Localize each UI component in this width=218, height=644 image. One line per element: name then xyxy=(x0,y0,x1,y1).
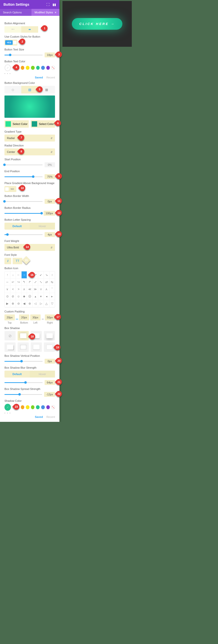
icon-cell[interactable]: △ xyxy=(44,300,50,307)
end-pos-value[interactable]: 75% xyxy=(45,174,55,179)
more-dots[interactable]: • • • xyxy=(5,412,55,414)
gradient-color-1[interactable]: Select Color xyxy=(5,120,29,128)
swatch-purple[interactable] xyxy=(46,66,50,70)
icon-cell[interactable]: ⋏ xyxy=(44,286,50,293)
search-options-tab[interactable]: Search Options xyxy=(0,9,32,16)
uppercase-button[interactable]: TT xyxy=(13,258,22,264)
icon-arrow-updown[interactable]: ↕ xyxy=(50,272,55,278)
icon-cell[interactable]: ⇄ xyxy=(44,278,50,286)
border-width-value[interactable]: 0px xyxy=(45,199,55,204)
recent-tab[interactable]: Recent xyxy=(46,416,55,418)
icon-cell[interactable]: ▽ xyxy=(50,300,55,307)
recent-tab[interactable]: Recent xyxy=(46,76,55,79)
shadow-preset-1[interactable] xyxy=(18,331,29,340)
shadow-none[interactable]: ⊘ xyxy=(5,331,16,340)
letter-spacing-value[interactable]: 4px xyxy=(45,232,55,237)
expand-icon[interactable]: ⛶ xyxy=(46,3,50,6)
icon-cell[interactable]: ⊖ xyxy=(16,300,22,307)
swatch-blue[interactable] xyxy=(41,66,45,70)
state-default[interactable]: Default xyxy=(5,370,30,378)
icon-cell[interactable]: ≪ xyxy=(27,286,33,293)
icon-cell[interactable]: < xyxy=(11,286,16,293)
swatch-none[interactable] xyxy=(51,66,55,70)
modified-styles-tab[interactable]: Modified Styles ✕ xyxy=(32,9,60,16)
swatch-orange[interactable] xyxy=(21,66,25,70)
icon-cell[interactable]: ≫ xyxy=(33,286,38,293)
start-pos-value[interactable]: 0% xyxy=(45,162,55,167)
font-weight-select[interactable]: Ultra Bold ⇵ 14 xyxy=(5,244,55,251)
icon-arrow-left[interactable]: ← xyxy=(16,272,22,278)
shadow-preset-5[interactable] xyxy=(18,342,29,352)
icon-cell[interactable]: ☺ xyxy=(16,293,22,300)
saved-tab[interactable]: Saved xyxy=(35,76,43,79)
icon-arrow-up[interactable]: ↑ xyxy=(5,272,11,278)
swatch-green[interactable] xyxy=(31,405,35,409)
bs-vertical-value[interactable]: 0px xyxy=(45,359,55,364)
icon-cell[interactable]: ▸ xyxy=(50,293,55,300)
icon-cell[interactable]: ◀ xyxy=(22,300,27,307)
close-icon[interactable]: ✕ xyxy=(55,11,57,14)
saved-tab[interactable]: Saved xyxy=(35,416,43,418)
icon-cell[interactable]: ⤢ xyxy=(33,278,38,286)
swatch-teal[interactable] xyxy=(36,405,40,409)
shadow-preset-3[interactable] xyxy=(44,331,55,340)
bs-blur-state-tabs[interactable]: Default Hover xyxy=(5,370,55,378)
radial-direction-select[interactable]: Center ⇵ 8 xyxy=(5,148,55,155)
link-icon[interactable]: ⚯ xyxy=(16,314,18,324)
icon-cell[interactable]: > xyxy=(16,286,22,293)
border-width-slider[interactable] xyxy=(5,201,43,202)
icon-cell[interactable]: ▴ xyxy=(33,293,38,300)
border-radius-value[interactable]: 100px xyxy=(44,211,55,216)
padding-top-value[interactable]: 20px xyxy=(5,314,15,320)
swatch-none[interactable] xyxy=(51,405,55,409)
state-hover[interactable]: Hover xyxy=(30,370,55,378)
padding-bottom-value[interactable]: 20px xyxy=(19,314,30,320)
gradient-color-2[interactable]: Select Color xyxy=(31,120,55,128)
start-pos-slider[interactable] xyxy=(5,164,43,165)
more-dots[interactable]: • • • xyxy=(5,72,55,75)
icon-cell[interactable]: ↱ xyxy=(27,278,33,286)
icon-cell[interactable]: ˇ xyxy=(50,286,55,293)
icon-cell[interactable]: ⤡ xyxy=(38,278,44,286)
link-icon[interactable]: ⚮ xyxy=(42,314,44,324)
icon-arrow-right[interactable]: → xyxy=(22,272,27,278)
eyedropper-icon[interactable]: ⟋ xyxy=(5,64,11,71)
icon-arrow-sw[interactable]: ↙ xyxy=(38,272,44,278)
icon-picker[interactable]: ↑ ↓ ← → ↖ ↗ ↙ ↘ ↕ ↔↩↪↰↱⤢⤡⇄⇆ ∨<>∧≪≫⋎⋏ˇ ⊙⊘… xyxy=(5,271,55,308)
align-center-icon[interactable]: ⬌ xyxy=(21,26,38,33)
padding-right-value[interactable]: 50px xyxy=(45,314,55,320)
text-size-value[interactable]: 18px xyxy=(45,52,55,58)
bs-blur-value[interactable]: 64px xyxy=(45,380,55,385)
icon-cell[interactable]: ☻ xyxy=(22,293,27,300)
icon-arrow-se[interactable]: ↘ xyxy=(44,272,50,278)
swatch-orange[interactable] xyxy=(21,405,25,409)
icon-cell[interactable]: ⊙ xyxy=(5,293,11,300)
swatch-green[interactable] xyxy=(31,66,35,70)
icon-cell[interactable]: ⋎ xyxy=(38,286,44,293)
letter-spacing-state-tabs[interactable]: Default Hover xyxy=(5,223,55,230)
shadow-preset-4[interactable] xyxy=(5,342,16,352)
icon-cell[interactable]: ◂ xyxy=(44,293,50,300)
icon-cell[interactable]: ⊕ xyxy=(11,300,16,307)
place-gradient-toggle[interactable]: NO xyxy=(5,186,16,192)
preview-button[interactable]: CLICK HERE → xyxy=(72,18,122,30)
swatch-blue[interactable] xyxy=(41,405,45,409)
border-radius-slider[interactable] xyxy=(5,213,42,214)
icon-cell[interactable]: ◁ xyxy=(33,300,38,307)
italic-button[interactable]: I xyxy=(5,258,11,264)
swatch-yellow[interactable] xyxy=(26,405,30,409)
shadow-preset-6[interactable] xyxy=(31,342,42,352)
swatch-purple[interactable] xyxy=(46,405,50,409)
icon-cell[interactable]: ▷ xyxy=(38,300,44,307)
bg-tab-color[interactable]: ◇ xyxy=(5,86,21,94)
align-left-icon[interactable]: ⬳ xyxy=(5,26,21,33)
icon-cell[interactable]: ⊘ xyxy=(11,293,16,300)
icon-cell[interactable]: ↰ xyxy=(22,278,27,286)
icon-arrow-down[interactable]: ↓ xyxy=(11,272,16,278)
bs-spread-value[interactable]: -12px xyxy=(44,392,55,397)
icon-cell[interactable]: ∨ xyxy=(5,286,11,293)
icon-cell[interactable]: ▾ xyxy=(38,293,44,300)
swatch-yellow[interactable] xyxy=(26,66,30,70)
icon-cell[interactable]: ▶ xyxy=(5,300,11,307)
eyedropper-icon[interactable]: ⟋ xyxy=(5,404,11,411)
